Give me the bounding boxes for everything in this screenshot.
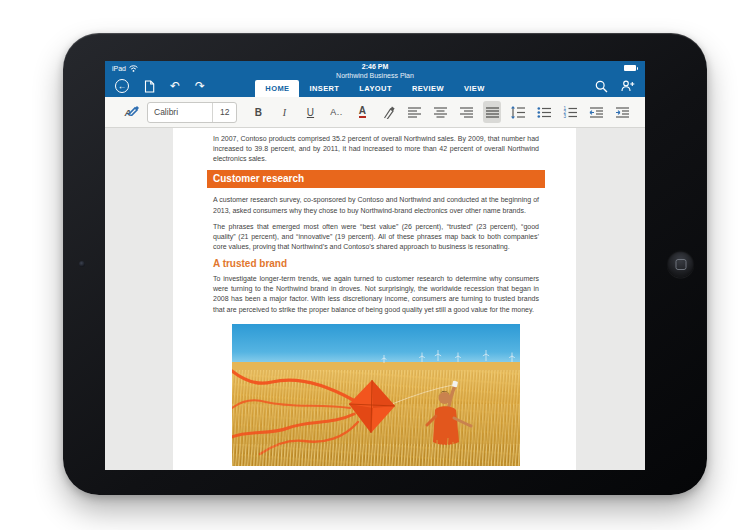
highlight-button[interactable] (379, 101, 397, 123)
more-formatting-button[interactable]: A.. (327, 101, 345, 123)
front-camera (79, 261, 85, 267)
ribbon-tabs: HOME INSERT LAYOUT REVIEW VIEW (105, 80, 645, 97)
italic-button[interactable]: I (275, 101, 293, 123)
bullet-list-button[interactable] (535, 101, 553, 123)
indent-icon (615, 106, 630, 119)
ipad-device-frame: iPad 2:46 PM Northwind Business Plan ← ↶ (63, 33, 707, 495)
line-spacing-icon (510, 106, 526, 119)
outdent-icon (589, 106, 604, 119)
outdent-button[interactable] (587, 101, 605, 123)
clock: 2:46 PM (362, 63, 388, 70)
highlighter-icon (382, 105, 395, 119)
underline-button[interactable]: U (301, 101, 319, 123)
heading-a-trusted-brand[interactable]: A trusted brand (213, 258, 539, 269)
format-painter-button[interactable]: A (119, 101, 137, 123)
document-page[interactable]: In 2007, Contoso products comprised 35.2… (173, 128, 576, 470)
align-center-button[interactable] (431, 101, 449, 123)
word-header: iPad 2:46 PM Northwind Business Plan ← ↶ (105, 61, 645, 97)
align-center-icon (433, 106, 448, 119)
format-painter-icon (127, 104, 139, 116)
wifi-icon (129, 65, 138, 72)
tab-home[interactable]: HOME (255, 80, 299, 97)
font-name-field[interactable]: Calibri (148, 107, 212, 117)
align-left-icon (407, 106, 422, 119)
paragraph[interactable]: In 2007, Contoso products comprised 35.2… (213, 134, 539, 164)
kite-field-photo[interactable] (232, 324, 520, 466)
line-spacing-button[interactable] (509, 101, 527, 123)
desktop-background: iPad 2:46 PM Northwind Business Plan ← ↶ (0, 0, 750, 530)
font-size-field[interactable]: 12 (213, 107, 236, 117)
align-left-button[interactable] (405, 101, 423, 123)
bullet-list-icon (537, 106, 552, 119)
numbered-list-icon: 123 (563, 106, 578, 119)
ipad-screen: iPad 2:46 PM Northwind Business Plan ← ↶ (105, 61, 645, 470)
align-right-icon (459, 106, 474, 119)
carrier-label: iPad (112, 65, 126, 72)
heading-customer-research[interactable]: Customer research (207, 170, 545, 188)
svg-text:3: 3 (563, 114, 566, 119)
formatting-toolbar: A Calibri 12 B I U A.. A (105, 97, 645, 128)
align-right-button[interactable] (457, 101, 475, 123)
paragraph[interactable]: To investigate longer-term trends, we ag… (213, 274, 539, 315)
tab-view[interactable]: VIEW (454, 80, 495, 97)
justify-icon (485, 106, 500, 119)
tab-review[interactable]: REVIEW (402, 80, 454, 97)
home-button-icon (675, 259, 686, 270)
numbered-list-button[interactable]: 123 (561, 101, 579, 123)
font-color-button[interactable]: A (353, 101, 371, 123)
battery-icon (624, 65, 639, 71)
tab-layout[interactable]: LAYOUT (349, 80, 402, 97)
tab-insert[interactable]: INSERT (299, 80, 349, 97)
justify-button[interactable] (483, 101, 501, 123)
home-button[interactable] (667, 251, 694, 278)
paragraph-marks-button[interactable]: ¶ (639, 101, 645, 123)
indent-button[interactable] (613, 101, 631, 123)
font-controls: Calibri 12 (147, 102, 237, 123)
bold-button[interactable]: B (249, 101, 267, 123)
paragraph[interactable]: The phrases that emerged most often were… (213, 222, 539, 252)
document-canvas: In 2007, Contoso products comprised 35.2… (105, 128, 645, 470)
paragraph[interactable]: A customer research survey, co-sponsored… (213, 195, 539, 215)
